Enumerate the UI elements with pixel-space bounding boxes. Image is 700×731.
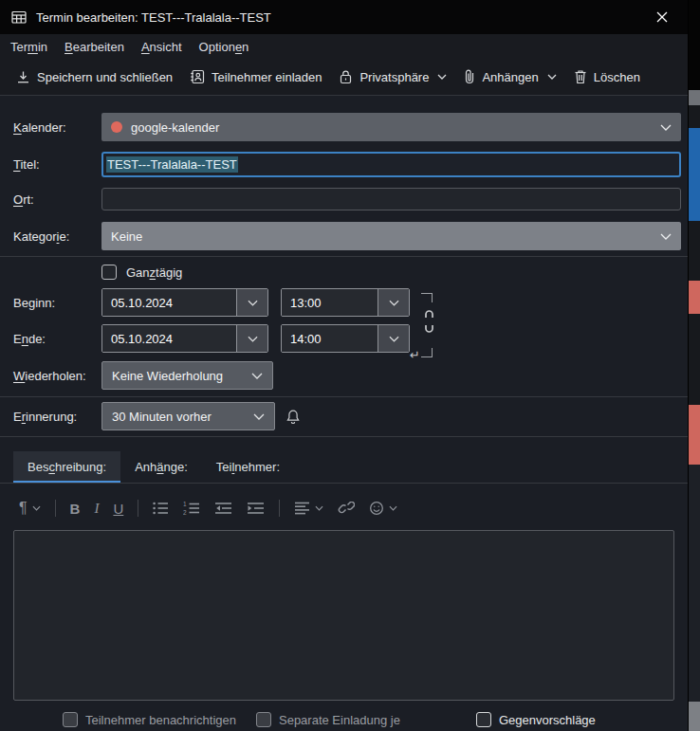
save-close-icon [16,70,30,84]
numbered-list-button[interactable]: 12 [183,502,200,515]
background-statusbar-fragment [689,702,700,731]
menu-bar: Termin Bearbeiten Ansicht Optionen [0,34,688,59]
outdent-button[interactable] [214,502,232,515]
delete-button[interactable]: Löschen [565,64,649,90]
invite-attendees-button[interactable]: Teilnehmer einladen [181,64,330,90]
underline-button[interactable]: U [113,501,123,517]
chevron-down-icon [660,233,672,240]
start-time-dropdown-button[interactable] [378,289,409,316]
location-label: Ort: [13,192,101,207]
location-input[interactable] [101,188,681,210]
tab-anhaenge[interactable]: Anhänge: [120,451,202,483]
footer-options: Teilnehmer benachrichtigen Separate Einl… [0,712,688,727]
return-arrow-icon: ↵ [410,348,420,362]
close-icon[interactable] [648,5,676,29]
calendar-select[interactable]: google-kalender [101,113,681,141]
save-and-close-button[interactable]: Speichern und schließen [8,64,181,90]
toolbar-divider [279,500,280,517]
bell-icon [286,409,301,425]
separate-invitation-label: Separate Einladung je [279,713,400,727]
menu-ansicht[interactable]: Ansicht [133,36,191,58]
invite-attendees-icon [190,69,205,84]
calendar-row: Kalender: google-kalender [0,113,688,141]
privacy-button[interactable]: Privatsphäre [330,64,455,90]
calendar-select-value: google-kalender [131,120,219,135]
italic-button[interactable]: I [94,501,99,517]
background-red-event-fragment [689,405,700,465]
title-row: Titel: TEST---Tralalala--TEST [0,152,688,177]
start-date-dropdown-button[interactable] [236,289,267,316]
chevron-down-icon [437,74,447,80]
end-time-picker[interactable]: 14:00 [281,324,410,353]
end-date-value: 05.10.2024 [102,325,236,352]
chevron-down-icon [251,373,263,379]
start-label: Beginn: [13,296,101,310]
end-time-dropdown-button[interactable] [378,325,409,352]
title-input-selected-text: TEST---Tralalala--TEST [106,156,238,173]
reminder-label: Erinnerung: [13,410,101,424]
chain-link-icon [423,309,435,334]
paragraph-style-button[interactable]: ¶ [19,500,41,517]
start-time-value: 13:00 [282,289,378,316]
chevron-down-icon [32,505,41,511]
tab-beschreibung[interactable]: Beschreibung: [13,451,120,483]
align-button[interactable] [294,502,323,515]
separator [0,256,688,257]
calendar-label: Kalender: [13,120,101,135]
times-block: Beginn: 05.10.2024 13:00 Ende: 05.10.202… [0,288,688,353]
notify-attendees-checkbox[interactable] [63,712,78,727]
event-form: Kalender: google-kalender Titel: TEST---… [0,96,688,727]
menu-termin[interactable]: Termin [2,36,56,58]
detail-tabs: Beschreibung: Anhänge: Teilnehmer: [0,451,688,484]
all-day-label[interactable]: Ganztägig [126,265,182,280]
start-date-picker[interactable]: 05.10.2024 [101,288,268,317]
end-date-picker[interactable]: 05.10.2024 [101,324,268,353]
calendar-color-dot [111,121,122,133]
end-date-dropdown-button[interactable] [236,325,267,352]
description-editor[interactable] [13,530,674,701]
reminder-row: Erinnerung: 30 Minuten vorher [0,402,688,430]
repeat-select-value: Keine Wiederholung [112,369,223,383]
notify-attendees-label: Teilnehmer benachrichtigen [85,713,236,727]
indent-button[interactable] [247,502,265,515]
all-day-row: Ganztägig [0,265,688,280]
background-red-event-fragment [689,281,700,314]
menu-optionen[interactable]: Optionen [191,36,258,58]
separate-invitation-option: Separate Einladung je [256,712,400,727]
start-date-value: 05.10.2024 [102,289,236,316]
menu-bearbeiten[interactable]: Bearbeiten [56,36,133,58]
tab-teilnehmer[interactable]: Teilnehmer: [202,451,294,483]
window-title: Termin bearbeiten: TEST---Tralalala--TES… [36,10,271,25]
attach-icon [464,69,475,84]
separate-invitation-checkbox[interactable] [256,712,271,727]
emoticon-button[interactable] [369,501,397,516]
all-day-checkbox[interactable] [101,265,117,280]
category-select[interactable]: Keine [101,222,681,250]
category-row: Kategorie: Keine [0,222,688,250]
title-input[interactable]: TEST---Tralalala--TEST [101,152,681,177]
counter-proposals-label: Gegenvorschläge [499,713,596,727]
start-time-picker[interactable]: 13:00 [281,288,410,317]
main-toolbar: Speichern und schließen Teilnehmer einla… [0,59,688,96]
counter-proposals-checkbox[interactable] [476,712,491,727]
svg-text:2: 2 [183,509,187,516]
attach-button[interactable]: Anhängen [455,64,564,90]
chevron-down-icon [315,505,323,511]
background-blue-event-fragment [689,128,700,221]
bold-button[interactable]: B [70,501,81,517]
link-bracket-top [421,293,433,302]
svg-text:1: 1 [183,502,187,507]
background-ui-fragment [689,90,700,105]
start-row: Beginn: 05.10.2024 13:00 [0,288,688,317]
insert-link-button[interactable] [338,502,355,515]
bullet-list-button[interactable] [153,502,169,515]
reminder-select[interactable]: 30 Minuten vorher [101,402,275,430]
paragraph-icon: ¶ [19,500,28,517]
background-titlebar-fragment [689,0,700,90]
repeat-label: Wiederholen: [13,369,101,383]
chevron-down-icon [253,413,265,420]
chevron-down-icon [547,74,557,80]
edit-event-dialog: Termin bearbeiten: TEST---Tralalala--TES… [0,0,689,731]
category-label: Kategorie: [13,229,101,244]
repeat-select[interactable]: Keine Wiederholung [101,361,273,390]
